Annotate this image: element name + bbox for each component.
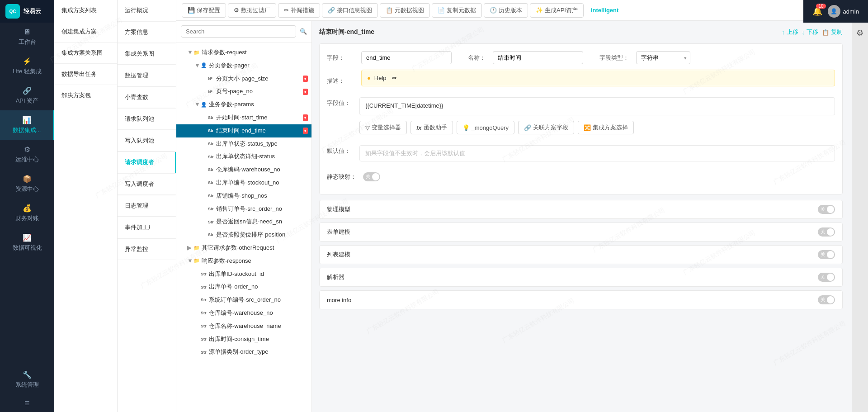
history-button[interactable]: 🕐 历史版本	[484, 3, 528, 18]
function-sidebar: 运行概况 方案信息 集成关系图 数据管理 小青查数 请求队列池 写入队列池 请求…	[118, 0, 176, 412]
sidebar2-item-solution-package[interactable]: 解决方案包	[54, 85, 117, 106]
tree-node-response-params[interactable]: ▼ 📁 响应参数-response	[176, 255, 311, 268]
tree-node-start-time[interactable]: Str 开始时间-start_time ●	[176, 111, 311, 124]
copy-button[interactable]: 📋 复制	[822, 28, 843, 36]
tree-node-status-type[interactable]: Str 出库单状态-status_type	[176, 137, 311, 151]
var-selector-button[interactable]: ▽ 变量选择器	[359, 121, 407, 134]
tree-node-position[interactable]: Str 是否按照货位排序-position	[176, 228, 311, 242]
sidebar-item-data-integration[interactable]: 📊 数据集成...	[0, 110, 54, 140]
mongo-icon: 💡	[462, 124, 470, 131]
tree-node-consign-time[interactable]: Str 出库时间-consign_time	[176, 333, 311, 346]
type-select[interactable]: 字符串 整数 浮点数 布尔值 日期 数组 对象	[636, 51, 690, 64]
edit-icon[interactable]: ✏	[392, 75, 397, 81]
field-icon: Str	[201, 271, 209, 277]
sidebar2-item-solution-list[interactable]: 集成方案列表	[54, 0, 117, 21]
tree-node-page-no[interactable]: Nº 页号-page_no ●	[176, 85, 311, 98]
tree-node-warehouse-name[interactable]: Str 仓库名称-warehouse_name	[176, 320, 311, 333]
sidebar3-item-event-factory[interactable]: 事件加工厂	[118, 217, 176, 238]
sidebar2-item-create-solution[interactable]: 创建集成方案	[54, 21, 117, 43]
sidebar3-item-request-scheduler[interactable]: 请求调度者	[118, 152, 176, 173]
move-up-button[interactable]: ↑ 上移	[782, 28, 798, 36]
sidebar-collapse-btn[interactable]: ☰	[0, 394, 54, 412]
tree-node-stockout-id[interactable]: Str 出库单ID-stockout_id	[176, 268, 311, 281]
tree-node-shop-nos[interactable]: Str 店铺编号-shop_nos	[176, 189, 311, 203]
field-icon: Str	[208, 232, 216, 238]
user-menu[interactable]: 👤 admin	[828, 5, 859, 18]
sidebar3-item-data-management[interactable]: 数据管理	[118, 65, 176, 86]
name-input[interactable]	[493, 51, 583, 64]
tree-body: ▼ 📁 请求参数-request ▼ 👤 分页参数-pager	[176, 43, 311, 412]
tree-node-stockout-no[interactable]: Str 出库单编号-stockout_no	[176, 176, 311, 189]
tree-node-end-time[interactable]: Str 结束时间-end_time ●	[176, 124, 311, 137]
sidebar3-item-solution-info[interactable]: 方案信息	[118, 22, 176, 43]
sidebar-item-finance[interactable]: 💰 财务对账	[0, 199, 54, 228]
save-config-button[interactable]: 💾 保存配置	[182, 3, 226, 18]
field-value-area[interactable]: {{CURRENT_TIME|datetime}}	[359, 97, 835, 115]
field-input[interactable]	[361, 51, 452, 64]
folder-icon: 📁	[193, 244, 202, 252]
sidebar3-item-run-overview[interactable]: 运行概况	[118, 0, 176, 21]
sidebar3-item-small-query[interactable]: 小青查数	[118, 87, 176, 108]
search-input[interactable]	[181, 25, 296, 38]
sidebar-item-workbench[interactable]: 🖥 工作台	[0, 23, 54, 52]
sidebar3-item-exception-monitor[interactable]: 异常监控	[118, 239, 176, 260]
sidebar-item-ops[interactable]: ⚙ 运维中心	[0, 140, 54, 169]
parser-section[interactable]: 解析器 关	[319, 268, 843, 287]
sidebar3-item-log-management[interactable]: 日志管理	[118, 195, 176, 217]
form-model-toggle[interactable]: 关	[818, 227, 835, 237]
generate-api-button[interactable]: ✨ 生成API资产	[530, 3, 584, 18]
settings-icon[interactable]: ⚙	[856, 28, 863, 38]
sidebar3-item-request-queue[interactable]: 请求队列池	[118, 109, 176, 130]
search-icon[interactable]: 🔍	[300, 28, 307, 35]
tree-node-other-request[interactable]: ▶ 📁 其它请求参数-otherRequest	[176, 242, 311, 255]
sidebar-item-api[interactable]: 🔗 API 资产	[0, 81, 54, 110]
sidebar2-item-solution-map[interactable]: 集成方案关系图	[54, 43, 117, 64]
sidebar2-item-data-export[interactable]: 数据导出任务	[54, 64, 117, 85]
toggle-off-label: 关	[366, 174, 370, 180]
sidebar-item-visualization[interactable]: 📈 数据可视化	[0, 228, 54, 257]
sidebar-item-resource[interactable]: 📦 资源中心	[0, 169, 54, 199]
tree-node-request-params[interactable]: ▼ 📁 请求参数-request	[176, 46, 311, 59]
tree-node-page-size[interactable]: Nº 分页大小-page_size ●	[176, 72, 311, 85]
mongo-query-button[interactable]: 💡 _mongoQuery	[457, 121, 514, 134]
physical-model-toggle[interactable]: 关	[818, 205, 835, 214]
tree-node-order-no[interactable]: Str 出库单号-order_no	[176, 280, 311, 294]
list-model-section[interactable]: 列表建模 关	[319, 245, 843, 264]
sidebar-item-system[interactable]: 🔧 系统管理	[0, 365, 54, 394]
more-info-section[interactable]: more info 关	[319, 290, 843, 309]
physical-model-section[interactable]: 物理模型 关	[319, 200, 843, 219]
field-icon: Str	[208, 166, 216, 173]
func-helper-button[interactable]: fx 函数助手	[410, 121, 453, 134]
detail-actions: ↑ 上移 ↓ 下移 📋 复制	[782, 28, 843, 36]
tree-node-src-order-no2[interactable]: Str 系统订单编号-src_order_no	[176, 294, 311, 307]
tree-node-pager[interactable]: ▼ 👤 分页参数-pager	[176, 59, 311, 72]
type-select-wrapper: 字符串 整数 浮点数 布尔值 日期 数组 对象	[636, 51, 690, 64]
sidebar3-item-write-queue[interactable]: 写入队列池	[118, 130, 176, 152]
form-model-section[interactable]: 表单建模 关	[319, 223, 843, 242]
tree-node-need-sn[interactable]: Str 是否返回sn信息-need_sn	[176, 215, 311, 228]
tree-node-biz-params[interactable]: ▼ 👤 业务参数-params	[176, 98, 311, 111]
tree-node-warehouse-no2[interactable]: Str 仓库编号-warehouse_no	[176, 307, 311, 320]
data-filter-button[interactable]: ⚙ 数据过滤厂	[228, 3, 276, 18]
tree-node-src-order-no[interactable]: Str 销售订单号-src_order_no	[176, 203, 311, 216]
integration-select-button[interactable]: 🔀 集成方案选择	[578, 121, 634, 134]
default-value-area[interactable]: 如果字段值不生效时，会启用该默认值	[359, 145, 835, 161]
move-down-button[interactable]: ↓ 下移	[802, 28, 819, 36]
tree-node-warehouse-no[interactable]: Str 仓库编码-warehouse_no	[176, 163, 311, 176]
notification-button[interactable]: 🔔 10	[812, 6, 822, 16]
more-info-toggle[interactable]: 关	[818, 295, 835, 304]
tree-node-order-type[interactable]: Str 源单据类别-order_type	[176, 346, 311, 359]
intelligent-button[interactable]: intelligent	[585, 4, 624, 16]
sidebar3-item-write-scheduler[interactable]: 写入调度者	[118, 174, 176, 195]
remediation-button[interactable]: ✏ 补漏措施	[278, 3, 320, 18]
assoc-field-button[interactable]: 🔗 关联方案字段	[518, 121, 574, 134]
list-model-toggle[interactable]: 关	[818, 250, 835, 259]
copy-metadata-button[interactable]: 📄 复制元数据	[432, 3, 482, 18]
sidebar3-item-integration-map[interactable]: 集成关系图	[118, 43, 176, 65]
metadata-view-button[interactable]: 📋 元数据视图	[380, 3, 430, 18]
parser-toggle[interactable]: 关	[818, 273, 835, 282]
static-mapping-toggle[interactable]: 关	[363, 172, 380, 181]
sidebar-item-lite[interactable]: ⚡ Lite 轻集成	[0, 52, 54, 81]
interface-view-button[interactable]: 🔗 接口信息视图	[322, 3, 378, 18]
tree-node-status-detail[interactable]: Str 出库单状态详细-status	[176, 150, 311, 163]
